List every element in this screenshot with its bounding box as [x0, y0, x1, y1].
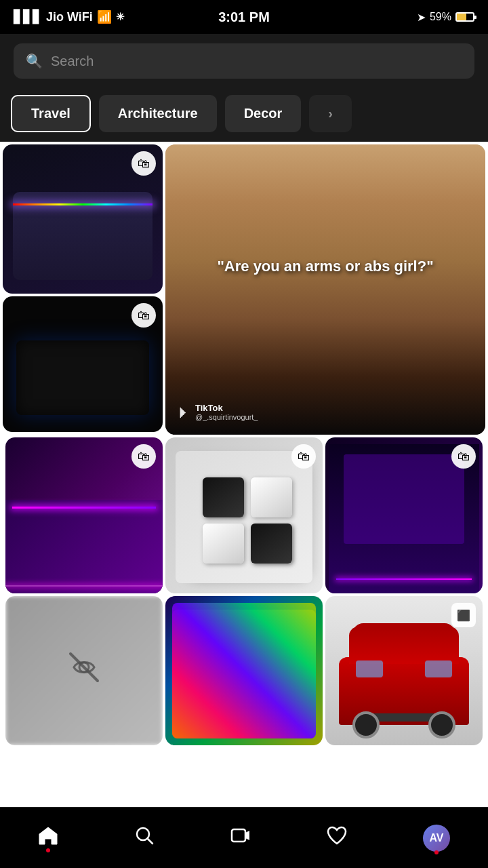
- pin-card-tiktok[interactable]: "Are you an arms or abs girl?" ⏵ TikTok …: [165, 144, 485, 435]
- top-two-col-row: 🛍 🛍 "Are you an arms or abs girl?" ⏵ Tik…: [3, 144, 485, 435]
- pin-card-blurred[interactable]: 🚫: [5, 596, 163, 745]
- category-pill-architecture[interactable]: Architecture: [99, 95, 217, 132]
- three-col-row-2: 🚫: [3, 596, 485, 745]
- wifi-icon: 📶: [97, 9, 112, 24]
- tiktok-watermark: ⏵ TikTok @_.squirtinvogurt_: [176, 403, 258, 421]
- pin-card-gaming-setup[interactable]: 🛍: [325, 437, 483, 593]
- tiktok-caption: "Are you an arms or abs girl?": [197, 256, 453, 277]
- pin-card-suv[interactable]: ⬛: [325, 596, 483, 745]
- heart-icon: [327, 826, 347, 850]
- save-badge-suv[interactable]: ⬛: [451, 603, 476, 627]
- three-col-row-1: 🛍 🛍 🛍: [3, 437, 485, 593]
- nav-profile[interactable]: AV: [423, 825, 450, 852]
- pin-card-keyboard-rgb[interactable]: 🛍: [3, 144, 163, 294]
- status-left: ▋▋▋ Jio WiFi 📶 ✳: [14, 9, 125, 24]
- profile-initials: AV: [429, 832, 443, 844]
- sync-icon: ✳: [116, 11, 125, 23]
- svg-rect-2: [232, 829, 245, 842]
- nav-saved[interactable]: [327, 826, 347, 850]
- battery-percent: 59%: [430, 11, 451, 23]
- shop-badge-gaming[interactable]: 🛍: [451, 444, 476, 469]
- bottom-navigation: AV: [0, 807, 488, 868]
- shop-badge-keyboard-black[interactable]: 🛍: [131, 303, 156, 328]
- pin-card-colorful-kb[interactable]: [165, 596, 323, 745]
- status-right: ➤ 59%: [417, 11, 474, 24]
- suv-wheel-right: [428, 711, 455, 738]
- video-icon: [230, 825, 251, 850]
- category-row: Travel Architecture Decor ›: [0, 88, 488, 142]
- hidden-indicator: [67, 650, 101, 691]
- search-icon: 🔍: [26, 53, 43, 69]
- search-nav-icon: [134, 825, 155, 850]
- suv-wheel-left: [352, 711, 380, 738]
- pin-card-keyboard-black[interactable]: 🛍: [3, 296, 163, 432]
- left-stack: 🛍 🛍: [3, 144, 163, 435]
- category-pill-more[interactable]: ›: [309, 95, 352, 132]
- carrier-name: Jio WiFi: [46, 10, 93, 24]
- home-icon: [38, 826, 58, 850]
- shop-badge-keycaps[interactable]: 🛍: [291, 444, 316, 469]
- signal-icon: ▋▋▋: [14, 9, 42, 24]
- search-input-wrap[interactable]: 🔍 Search: [14, 43, 474, 79]
- status-time: 3:01 PM: [218, 9, 270, 25]
- pin-card-purple-desk[interactable]: 🛍: [5, 437, 163, 593]
- pin-card-keycaps[interactable]: 🛍: [165, 437, 323, 593]
- location-icon: ➤: [417, 11, 426, 24]
- profile-avatar: AV: [423, 825, 450, 852]
- search-bar-container: 🔍 Search: [0, 34, 488, 88]
- search-placeholder: Search: [51, 54, 94, 69]
- nav-search[interactable]: [134, 825, 155, 850]
- battery-icon: [455, 12, 474, 22]
- profile-dot: [434, 850, 439, 854]
- shop-badge-purple-desk[interactable]: 🛍: [131, 444, 156, 469]
- pin-grid: 🛍 🛍 "Are you an arms or abs girl?" ⏵ Tik…: [0, 142, 488, 813]
- nav-video[interactable]: [230, 825, 251, 850]
- home-dot: [46, 848, 50, 852]
- status-bar: ▋▋▋ Jio WiFi 📶 ✳ 3:01 PM ➤ 59%: [0, 0, 488, 34]
- nav-home[interactable]: [38, 826, 58, 850]
- shop-badge-keyboard-rgb[interactable]: 🛍: [131, 151, 156, 176]
- category-pill-decor[interactable]: Decor: [225, 95, 302, 132]
- category-pill-travel[interactable]: Travel: [11, 95, 91, 132]
